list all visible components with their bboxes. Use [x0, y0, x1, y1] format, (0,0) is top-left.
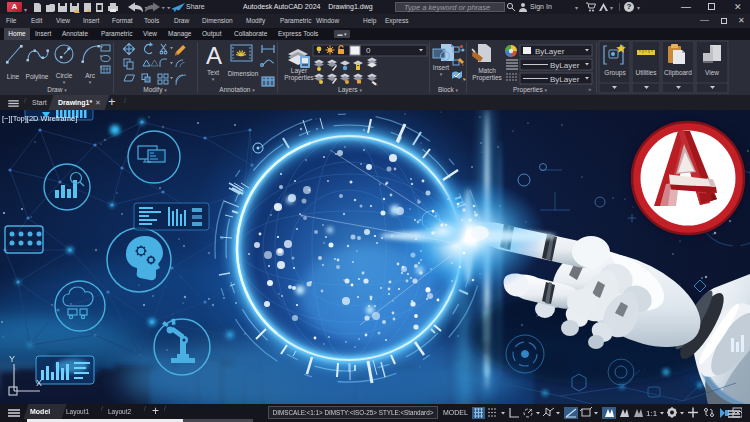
svg-text:X: X: [36, 378, 42, 388]
svg-text:ByLayer: ByLayer: [550, 61, 580, 70]
svg-text:A: A: [206, 42, 222, 69]
svg-text:0: 0: [366, 46, 371, 55]
svg-text:[−][Top][2D Wireframe]: [−][Top][2D Wireframe]: [2, 114, 77, 123]
svg-text:ByLayer: ByLayer: [535, 47, 565, 56]
svg-text:1:1: 1:1: [646, 409, 658, 418]
svg-text:ByLayer: ByLayer: [550, 75, 580, 84]
svg-text:Y: Y: [9, 354, 15, 364]
